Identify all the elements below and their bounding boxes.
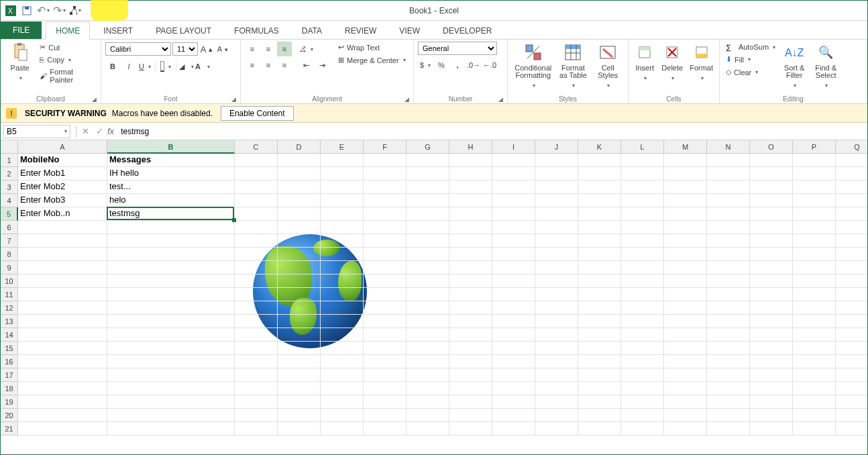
cell-M15[interactable]	[664, 342, 707, 355]
cell-E1[interactable]	[321, 154, 364, 167]
cell-F16[interactable]	[364, 355, 406, 368]
cell-A15[interactable]	[18, 342, 107, 355]
currency-button[interactable]: $▾	[418, 58, 433, 72]
cut-button[interactable]: ✂Cut	[38, 42, 97, 53]
cell-B3[interactable]: test...	[107, 181, 235, 194]
cell-K2[interactable]	[578, 167, 621, 181]
merge-center-button[interactable]: ⊞Merge & Center▾	[336, 54, 408, 66]
wrap-text-button[interactable]: ↩Wrap Text	[336, 42, 408, 53]
row-header-6[interactable]: 6	[1, 221, 18, 234]
cell-B12[interactable]	[107, 301, 235, 315]
cell-A2[interactable]: Enter Mob1	[18, 167, 107, 181]
cell-L11[interactable]	[621, 288, 664, 301]
cell-L7[interactable]	[621, 234, 664, 248]
cell-A7[interactable]	[18, 234, 107, 248]
alignment-dialog-launcher[interactable]: ◢	[404, 96, 409, 103]
cell-L19[interactable]	[621, 395, 664, 409]
cell-G4[interactable]	[406, 194, 449, 207]
cell-L12[interactable]	[621, 301, 664, 315]
column-header-N[interactable]: N	[707, 140, 750, 154]
cell-C18[interactable]	[235, 382, 278, 395]
cell-D5[interactable]	[278, 207, 321, 221]
cell-D19[interactable]	[278, 395, 321, 409]
cell-M14[interactable]	[664, 328, 707, 342]
cell-D15[interactable]	[278, 342, 321, 355]
cell-E10[interactable]	[321, 274, 364, 288]
cell-I19[interactable]	[492, 395, 535, 409]
cell-I17[interactable]	[492, 368, 535, 382]
cell-P17[interactable]	[793, 368, 836, 382]
row-header-9[interactable]: 9	[1, 261, 18, 274]
cell-B18[interactable]	[107, 382, 235, 395]
cell-I4[interactable]	[492, 194, 535, 207]
cell-D21[interactable]	[278, 422, 321, 436]
align-right-button[interactable]: ≡	[277, 58, 292, 72]
cell-J14[interactable]	[535, 328, 578, 342]
cell-J8[interactable]	[535, 248, 578, 261]
cell-D1[interactable]	[278, 154, 321, 167]
cell-A12[interactable]	[18, 301, 107, 315]
cell-K10[interactable]	[578, 274, 621, 288]
cell-K4[interactable]	[578, 194, 621, 207]
tab-review[interactable]: REVIEW	[335, 22, 386, 39]
cell-I11[interactable]	[492, 288, 535, 301]
cell-Q9[interactable]	[836, 261, 867, 274]
cell-L1[interactable]	[621, 154, 664, 167]
cell-P4[interactable]	[793, 194, 836, 207]
autosum-button[interactable]: ∑ AutoSum▾	[724, 42, 777, 52]
cell-B15[interactable]	[107, 342, 235, 355]
cell-E11[interactable]	[321, 288, 364, 301]
grow-font-button[interactable]: A▴	[199, 42, 214, 56]
cell-O7[interactable]	[750, 234, 793, 248]
cell-M3[interactable]	[664, 181, 707, 194]
align-center-button[interactable]: ≡	[261, 58, 276, 72]
cell-Q6[interactable]	[836, 221, 867, 234]
cell-C14[interactable]	[235, 328, 278, 342]
cell-B16[interactable]	[107, 355, 235, 368]
column-header-F[interactable]: F	[364, 140, 406, 154]
cell-C10[interactable]	[235, 274, 278, 288]
cell-L3[interactable]	[621, 181, 664, 194]
cell-L2[interactable]	[621, 167, 664, 181]
shrink-font-button[interactable]: A▾	[215, 42, 230, 56]
cell-A18[interactable]	[18, 382, 107, 395]
cell-E8[interactable]	[321, 248, 364, 261]
comma-button[interactable]: ,	[450, 58, 465, 72]
cell-M5[interactable]	[664, 207, 707, 221]
cell-I14[interactable]	[492, 328, 535, 342]
cell-O8[interactable]	[750, 248, 793, 261]
cell-N3[interactable]	[707, 181, 750, 194]
cell-I20[interactable]	[492, 409, 535, 422]
align-top-button[interactable]: ≡	[245, 42, 260, 56]
cell-O10[interactable]	[750, 274, 793, 288]
row-header-20[interactable]: 20	[1, 409, 18, 422]
cell-G2[interactable]	[406, 167, 449, 181]
cell-A19[interactable]	[18, 395, 107, 409]
cell-A20[interactable]	[18, 409, 107, 422]
cell-G9[interactable]	[406, 261, 449, 274]
cell-M19[interactable]	[664, 395, 707, 409]
cell-N18[interactable]	[707, 382, 750, 395]
tab-insert[interactable]: INSERT	[94, 22, 142, 39]
cell-N12[interactable]	[707, 301, 750, 315]
cell-O11[interactable]	[750, 288, 793, 301]
cell-M8[interactable]	[664, 248, 707, 261]
cell-M2[interactable]	[664, 167, 707, 181]
cell-N10[interactable]	[707, 274, 750, 288]
fill-button[interactable]: ⬇Fill▾	[724, 54, 777, 65]
cell-E21[interactable]	[321, 422, 364, 436]
cell-E14[interactable]	[321, 328, 364, 342]
cell-K14[interactable]	[578, 328, 621, 342]
delete-cells-button[interactable]: Delete▾	[659, 42, 685, 83]
cell-B19[interactable]	[107, 395, 235, 409]
cell-K7[interactable]	[578, 234, 621, 248]
cell-Q15[interactable]	[836, 342, 867, 355]
cell-I8[interactable]	[492, 248, 535, 261]
cell-B8[interactable]	[107, 248, 235, 261]
underline-button[interactable]: U▾	[138, 59, 152, 74]
align-left-button[interactable]: ≡	[245, 58, 260, 72]
cell-K21[interactable]	[578, 422, 621, 436]
cell-D9[interactable]	[278, 261, 321, 274]
cell-A6[interactable]	[18, 221, 107, 234]
cell-M7[interactable]	[664, 234, 707, 248]
